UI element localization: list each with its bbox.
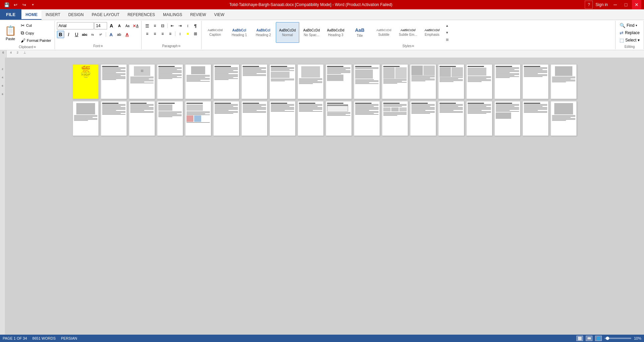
bullets-button[interactable]: ☰ (144, 22, 151, 29)
page-thumbnail-13[interactable] (410, 64, 436, 99)
close-button[interactable]: ✕ (632, 0, 641, 9)
tab-mailings[interactable]: MAILINGS (159, 10, 186, 20)
italic-button[interactable]: I (65, 31, 72, 38)
page-thumbnail-31[interactable] (410, 101, 436, 136)
style-item-5[interactable]: AaBbCcDdHeading 3 (324, 22, 347, 43)
page-thumbnail-6[interactable] (213, 64, 239, 99)
save-icon[interactable]: 💾 (3, 1, 11, 9)
page-thumbnail-19[interactable] (73, 101, 99, 136)
styles-scroll-up[interactable]: ▲ (445, 22, 450, 29)
clear-formatting-button[interactable]: ✕A (132, 22, 139, 29)
shading-button[interactable]: ■ (184, 30, 191, 37)
page-thumbnail-5[interactable] (185, 64, 211, 99)
page-thumbnail-1[interactable]: تحقیق آنلاینTablohaye مرجع دانلودفایل · … (73, 64, 99, 99)
page-thumbnail-14[interactable] (438, 64, 464, 99)
page-thumbnail-25[interactable] (241, 101, 267, 136)
page-thumbnail-12[interactable] (382, 64, 408, 99)
copy-button[interactable]: ⧉ Copy (19, 29, 53, 36)
page-thumbnail-32[interactable] (438, 101, 464, 136)
page-thumbnail-8[interactable] (269, 64, 296, 99)
borders-button[interactable]: ⊞ (192, 30, 199, 37)
select-button[interactable]: ⬚ Select ▾ (618, 37, 642, 44)
page-thumbnail-26[interactable] (269, 101, 296, 136)
text-effects-button[interactable]: A (107, 31, 115, 38)
strikethrough-button[interactable]: abc (81, 31, 88, 38)
page-thumbnail-35[interactable] (522, 101, 549, 136)
shrink-font-button[interactable]: A (116, 22, 123, 29)
page-thumbnail-34[interactable] (494, 101, 520, 136)
font-expand-icon[interactable]: ⧉ (101, 45, 103, 48)
style-item-6[interactable]: AaBTitle (348, 22, 372, 43)
minimize-button[interactable]: ─ (611, 0, 620, 9)
style-item-4[interactable]: AaBbCcDdNo Spac... (300, 22, 323, 43)
styles-scroll-down[interactable]: ▼ (445, 29, 450, 36)
page-thumbnail-18[interactable] (551, 64, 577, 99)
page-thumbnail-20[interactable] (101, 101, 127, 136)
change-case-button[interactable]: Aa (124, 22, 131, 29)
tab-design[interactable]: DESIGN (64, 10, 88, 20)
sort-button[interactable]: ↕ (184, 22, 191, 29)
tab-references[interactable]: REFERENCES (124, 10, 159, 20)
page-thumbnail-28[interactable] (326, 101, 352, 136)
tab-home[interactable]: HOME (21, 10, 42, 20)
tab-insert[interactable]: INSERT (42, 10, 64, 20)
style-item-3[interactable]: AaBbCcDdNormal (276, 22, 299, 43)
redo-icon[interactable]: ↪ (20, 1, 28, 9)
page-thumbnail-22[interactable] (157, 101, 183, 136)
help-button[interactable]: ? (585, 1, 593, 9)
find-button[interactable]: 🔍 Find ▾ (618, 22, 639, 29)
page-thumbnail-15[interactable] (466, 64, 492, 99)
page-thumbnail-4[interactable] (157, 64, 183, 99)
page-thumbnail-7[interactable] (241, 64, 267, 99)
align-right-button[interactable]: ≡ (159, 30, 166, 37)
page-thumbnail-36[interactable] (551, 101, 577, 136)
styles-more-button[interactable]: ⊞ (445, 36, 450, 43)
justify-button[interactable]: ≡ (167, 30, 174, 37)
numbering-button[interactable]: ≡ (151, 22, 159, 29)
underline-button[interactable]: U (73, 31, 80, 38)
show-formatting-button[interactable]: ¶ (192, 22, 199, 29)
paste-button[interactable]: 📋 Paste (2, 23, 19, 43)
font-name-input[interactable] (57, 22, 94, 29)
tab-file[interactable]: FILE (0, 9, 21, 20)
page-thumbnail-3[interactable]: 🖼 (129, 64, 155, 99)
style-item-2[interactable]: AaBbCclHeading 2 (252, 22, 275, 43)
page-thumbnail-16[interactable] (494, 64, 520, 99)
page-thumbnail-24[interactable] (213, 101, 239, 136)
page-thumbnail-9[interactable] (298, 64, 324, 99)
page-thumbnail-30[interactable] (382, 101, 408, 136)
style-item-0[interactable]: AaBbCcDdCaption (204, 22, 227, 43)
replace-button[interactable]: ⇄ Replace (618, 29, 642, 36)
style-item-8[interactable]: AaBbCcDdSubtle Em... (396, 22, 420, 43)
tab-view[interactable]: VIEW (210, 10, 229, 20)
undo-icon[interactable]: ↩ (11, 1, 19, 9)
dropdown-icon[interactable]: ▾ (29, 1, 37, 9)
subscript-button[interactable]: x₂ (89, 31, 96, 38)
page-thumbnail-11[interactable] (354, 64, 380, 99)
bold-button[interactable]: B (57, 31, 64, 38)
page-thumbnail-10[interactable] (326, 64, 352, 99)
paragraph-expand-icon[interactable]: ⧉ (178, 45, 180, 48)
tab-page-layout[interactable]: PAGE LAYOUT (88, 10, 124, 20)
page-thumbnail-23[interactable] (185, 101, 211, 136)
page-thumbnail-33[interactable] (466, 101, 492, 136)
page-thumbnail-27[interactable] (298, 101, 324, 136)
align-center-button[interactable]: ≡ (151, 30, 159, 37)
increase-indent-button[interactable]: ⇥ (176, 22, 184, 29)
page-thumbnail-2[interactable] (101, 64, 127, 99)
grow-font-button[interactable]: A (108, 22, 115, 29)
format-painter-button[interactable]: 🖌 Format Painter (19, 37, 53, 44)
styles-expand-icon[interactable]: ⧉ (412, 45, 414, 48)
style-item-9[interactable]: AaBbCcDdEmphasis (420, 22, 444, 43)
page-thumbnail-21[interactable] (129, 101, 155, 136)
multilevel-list-button[interactable]: ⊟ (159, 22, 166, 29)
tab-review[interactable]: REVIEW (186, 10, 210, 20)
align-left-button[interactable]: ≡ (144, 30, 151, 37)
style-item-1[interactable]: AaBbCclHeading 1 (228, 22, 251, 43)
style-item-7[interactable]: AaBbCcDdSubtitle (372, 22, 396, 43)
sign-in-label[interactable]: Sign in (595, 2, 608, 7)
superscript-button[interactable]: x² (97, 31, 104, 38)
page-thumbnail-17[interactable] (522, 64, 549, 99)
page-thumbnail-29[interactable] (354, 101, 380, 136)
decrease-indent-button[interactable]: ⇤ (169, 22, 176, 29)
